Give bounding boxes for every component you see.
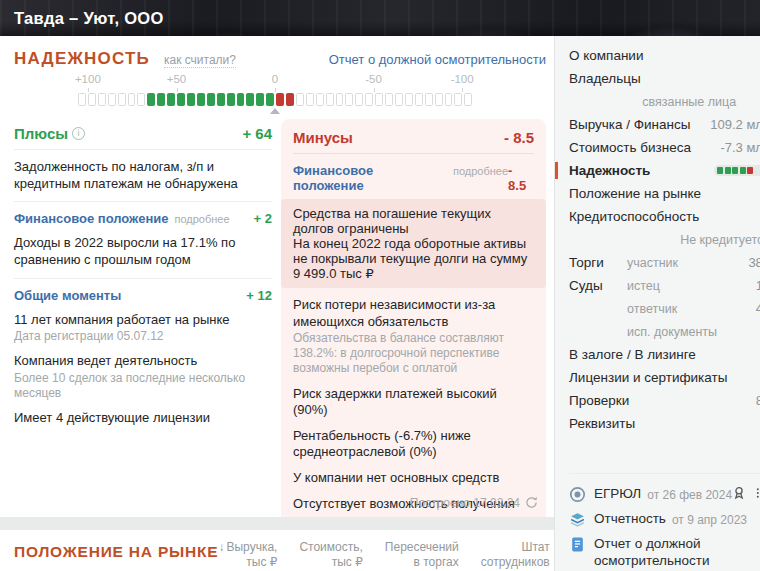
company-title: Тавда – Уют, ООО bbox=[14, 9, 164, 28]
scale-tick bbox=[275, 88, 276, 92]
reliability-scale: +100 +50 0 -50 -100 bbox=[78, 73, 472, 113]
sidebar-item-inspections[interactable]: Проверки 80 bbox=[569, 389, 760, 412]
sidebar-item-business-value[interactable]: Стоимость бизнеса -7.3 млн bbox=[569, 136, 760, 159]
minus-item: Рентабельность (-6.7%) ниже среднеотрасл… bbox=[293, 428, 534, 461]
sidebar-item-courts-defendant[interactable]: ответчик 46 bbox=[569, 297, 760, 320]
scale-tick bbox=[374, 88, 375, 92]
minus-section-header: Финансовое положение подробнее - 8.5 bbox=[293, 163, 534, 193]
plus-item: 11 лет компания работает на рынке Дата р… bbox=[14, 312, 272, 345]
list-icon[interactable] bbox=[756, 486, 760, 500]
sidebar-item-courts-plaintiff[interactable]: Суды истец 12 bbox=[569, 274, 760, 297]
document-icon bbox=[569, 536, 586, 553]
minus-item: Риск потери независимости из-за имеющихс… bbox=[293, 297, 534, 377]
sidebar-item-revenue-finance[interactable]: Выручка / Финансы 109.2 млн bbox=[569, 113, 760, 136]
refresh-icon[interactable] bbox=[525, 496, 538, 509]
minus-item-text: У компании нет основных средств bbox=[293, 470, 534, 487]
column-value[interactable]: Стоимость, тыс ₽ bbox=[299, 540, 362, 571]
emblem-icon bbox=[569, 486, 586, 503]
doc-item-egrul[interactable]: ЕГРЮЛ от 26 фев 2024 bbox=[569, 486, 760, 503]
sidebar-documents: ЕГРЮЛ от 26 фев 2024 bbox=[569, 473, 760, 570]
sort-down-icon: ↓ bbox=[218, 540, 224, 554]
column-staff[interactable]: Штат сотрудников bbox=[481, 540, 550, 571]
plus-item-text: Задолженность по налогам, з/п и кредитны… bbox=[14, 159, 272, 192]
minuses-panel: Минусы - 8.5 Финансовое положение подроб… bbox=[281, 119, 546, 517]
plus-item-text: Компания ведет деятельность bbox=[14, 353, 272, 370]
minuses-column: Минусы - 8.5 Финансовое положение подроб… bbox=[281, 119, 546, 517]
sidebar-item-reliability[interactable]: Надежность bbox=[569, 159, 760, 182]
scale-tick bbox=[462, 88, 463, 92]
sidebar-item-requisites[interactable]: Реквизиты bbox=[569, 412, 760, 435]
plus-item-text: Имеет 4 действующие лицензии bbox=[14, 410, 272, 427]
minus-item-sub: Обязательства в балансе составляют 138.2… bbox=[293, 331, 534, 376]
sidebar-item-licenses[interactable]: Лицензии и сертификаты 6 bbox=[569, 366, 760, 389]
sidebar-item-value: 12 bbox=[756, 278, 760, 293]
reliability-mini-meter bbox=[714, 165, 760, 176]
sidebar-item-value: 381 bbox=[748, 255, 760, 270]
plus-item-sub: Более 10 сделок за последние несколько м… bbox=[14, 371, 272, 401]
section-divider-band bbox=[0, 517, 554, 530]
sidebar-item-value: 46 bbox=[756, 301, 760, 316]
pluses-title: Плюсы bbox=[14, 125, 68, 142]
sidebar-item-pledge-leasing[interactable]: В залоге / В лизинге bbox=[569, 343, 760, 366]
divider bbox=[14, 278, 272, 279]
scale-tick bbox=[88, 88, 89, 92]
scale-label: -50 bbox=[365, 73, 382, 85]
scale-label: +50 bbox=[167, 73, 187, 85]
more-link[interactable]: подробнее bbox=[174, 213, 229, 225]
plus-section-score: + 2 bbox=[254, 211, 272, 226]
plus-item-text: 11 лет компания работает на рынке bbox=[14, 312, 272, 329]
more-link[interactable]: подробнее bbox=[453, 165, 508, 177]
how-calculated-link[interactable]: как считали? bbox=[164, 53, 236, 68]
scale-tick bbox=[177, 88, 178, 92]
status-text: Не кредитуется bbox=[680, 233, 760, 247]
plus-item: Задолженность по налогам, з/п и кредитны… bbox=[14, 159, 272, 192]
scale-label: 0 bbox=[272, 73, 278, 85]
reliability-section: НАДЕЖНОСТЬ как считали? Отчет о должной … bbox=[0, 36, 554, 517]
sidebar-item-tenders[interactable]: Торги участник 381 bbox=[569, 251, 760, 274]
due-diligence-report-link[interactable]: Отчет о должной осмотрительности bbox=[329, 52, 546, 67]
award-icon[interactable] bbox=[732, 486, 746, 500]
minus-item-highlighted: Средства на погашение текущих долгов огр… bbox=[281, 199, 546, 288]
general-points-link[interactable]: Общие моменты bbox=[14, 288, 121, 303]
sidebar-item-owners[interactable]: Владельцы 1 bbox=[569, 67, 760, 90]
financial-position-link[interactable]: Финансовое положение bbox=[14, 211, 168, 226]
minus-item-text: Рентабельность (-6.7%) ниже среднеотрасл… bbox=[293, 428, 534, 461]
doc-date: от 9 апр 2023 bbox=[672, 513, 747, 527]
doc-item-due-diligence-report[interactable]: Отчет о должной осмотрительности bbox=[569, 536, 760, 570]
sidebar-item-market-position[interactable]: Положение на рынке bbox=[569, 182, 760, 205]
minus-item-text: Средства на погашение текущих долгов огр… bbox=[293, 206, 534, 236]
info-icon[interactable]: i bbox=[72, 127, 85, 140]
doc-date: от 26 фев 2024 bbox=[647, 488, 732, 502]
minuses-header: Минусы - 8.5 bbox=[293, 123, 534, 153]
divider bbox=[14, 201, 272, 202]
column-tender-overlaps[interactable]: Пересечений в торгах bbox=[385, 540, 459, 571]
doc-item-reports[interactable]: Отчетность от 9 апр 2023 bbox=[569, 511, 760, 528]
minus-item: Риск задержки платежей высокий (90%) bbox=[293, 386, 534, 419]
sidebar-item-value: 109.2 млн bbox=[710, 117, 760, 132]
plus-item: Компания ведет деятельность Более 10 сде… bbox=[14, 353, 272, 401]
sidebar-item-value: 80 bbox=[756, 393, 760, 408]
column-revenue[interactable]: ↓Выручка, тыс ₽ bbox=[218, 540, 277, 571]
built-date-row: Построено 17.02.24 bbox=[410, 496, 538, 510]
financial-position-link[interactable]: Финансовое положение bbox=[293, 163, 447, 193]
sidebar-item-value: 1 bbox=[736, 94, 760, 109]
divider bbox=[14, 149, 272, 150]
plus-section-score: + 12 bbox=[246, 288, 272, 303]
sidebar-item-enforcement-docs[interactable]: исп. документы bbox=[569, 320, 760, 343]
pluses-column: Плюсы i + 64 Задолженность по налогам, з… bbox=[14, 119, 272, 517]
sidebar-item-not-credited: Не кредитуется bbox=[569, 228, 760, 251]
sidebar-item-creditworthiness[interactable]: Кредитоспособность bbox=[569, 205, 760, 228]
sidebar-item-value: -7.3 млн bbox=[720, 140, 760, 155]
reliability-scale-squares bbox=[78, 93, 472, 106]
scale-pointer-icon bbox=[270, 108, 280, 114]
scale-label: -100 bbox=[451, 73, 474, 85]
sidebar-item-company[interactable]: О компании bbox=[569, 44, 760, 67]
market-position-section: ПОЛОЖЕНИЕ НА РЫНКЕ ↓Выручка, тыс ₽ Стоим… bbox=[0, 530, 554, 571]
company-header-banner: Тавда – Уют, ООО bbox=[0, 0, 760, 36]
reliability-header: НАДЕЖНОСТЬ как считали? Отчет о должной … bbox=[0, 36, 554, 69]
main-content: НАДЕЖНОСТЬ как считали? Отчет о должной … bbox=[0, 36, 554, 571]
built-date-label: Построено 17.02.24 bbox=[410, 496, 520, 510]
pluses-total: + 64 bbox=[242, 125, 272, 142]
minus-item-text: Риск задержки платежей высокий (90%) bbox=[293, 386, 534, 419]
sidebar-item-related-persons[interactable]: связанные лица 1 bbox=[569, 90, 760, 113]
